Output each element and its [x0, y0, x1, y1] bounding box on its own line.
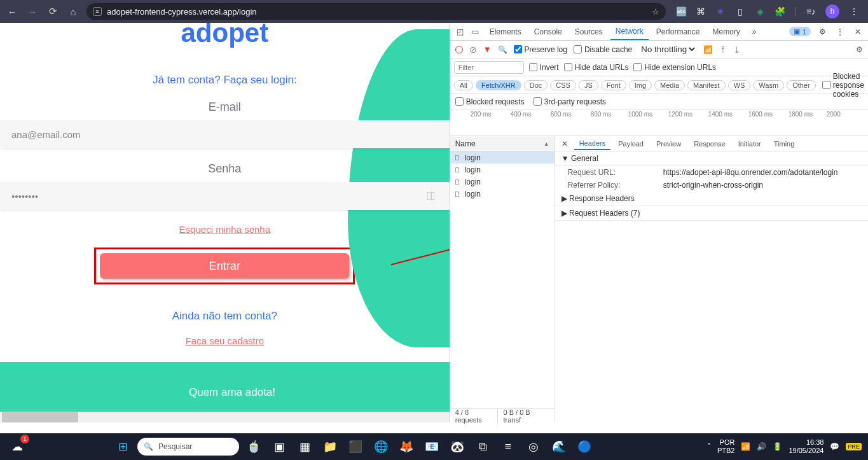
export-har-icon[interactable]: ⭳ — [733, 45, 741, 54]
filter-toggle-icon[interactable]: ▼ — [483, 45, 492, 54]
type-chip-all[interactable]: All — [454, 80, 473, 90]
invert-checkbox[interactable] — [529, 63, 537, 71]
taskbar-weather[interactable]: ☁1 — [6, 436, 28, 457]
type-chip-media[interactable]: Media — [654, 80, 685, 90]
taskbar-task-view[interactable]: ▣ — [268, 436, 290, 457]
extension-icon[interactable]: ✳ — [715, 6, 726, 17]
back-button[interactable]: ← — [5, 4, 19, 18]
type-chip-js[interactable]: JS — [579, 80, 598, 90]
taskbar-language[interactable]: PORPTB2 — [717, 438, 735, 455]
password-input[interactable] — [11, 191, 438, 202]
inspect-icon[interactable]: ◰ — [454, 27, 467, 36]
more-tabs-icon[interactable]: » — [748, 27, 761, 36]
media-control-icon[interactable]: ≡♪ — [806, 6, 816, 17]
tray-notifications-icon[interactable]: 💬 — [830, 442, 839, 451]
filter-input[interactable] — [454, 61, 524, 74]
devtools-menu-icon[interactable]: ⋮ — [834, 27, 846, 36]
login-button[interactable]: Entrar — [100, 253, 349, 279]
detail-tab-preview[interactable]: Preview — [651, 138, 686, 150]
record-button[interactable] — [455, 46, 463, 53]
extensions-menu-icon[interactable]: 🧩 — [775, 6, 785, 17]
network-settings-gear-icon[interactable]: ⚙ — [856, 45, 863, 54]
extension-icon[interactable]: ▯ — [735, 6, 746, 17]
settings-gear-icon[interactable]: ⚙ — [816, 27, 829, 36]
taskbar-edge[interactable]: 🌊 — [548, 436, 570, 457]
reload-button[interactable]: ⟳ — [46, 4, 60, 18]
disable-cache-checkbox[interactable] — [574, 45, 582, 53]
tab-performance[interactable]: Performance — [651, 24, 705, 39]
extension-icon[interactable]: ◈ — [755, 6, 766, 17]
type-chip-fetch[interactable]: Fetch/XHR — [476, 80, 521, 90]
taskbar-cypress[interactable]: ◎ — [523, 436, 544, 457]
taskbar-vscode[interactable]: ≡ — [497, 436, 519, 457]
request-row[interactable]: 🗋login — [450, 176, 555, 188]
page-horizontal-scrollbar[interactable] — [0, 412, 450, 422]
forward-button[interactable]: → — [25, 4, 39, 18]
device-toolbar-icon[interactable]: ▭ — [469, 27, 482, 36]
taskbar-search[interactable]: 🔍Pesquisar — [137, 438, 239, 456]
detail-tab-response[interactable]: Response — [689, 138, 731, 150]
taskbar-app[interactable]: 🍵 — [243, 436, 265, 457]
issues-badge[interactable]: ▣ 1 — [789, 27, 811, 36]
network-timeline[interactable]: 200 ms 400 ms 600 ms 800 ms 1000 ms 1200… — [450, 109, 868, 136]
taskbar-app[interactable]: ⬛ — [345, 436, 366, 457]
type-chip-css[interactable]: CSS — [550, 80, 576, 90]
type-chip-img[interactable]: Img — [629, 80, 652, 90]
section-request-headers[interactable]: ▶ Request Headers (7) — [555, 206, 868, 221]
address-bar[interactable]: ≡ adopet-frontend-cypress.vercel.app/log… — [86, 3, 666, 20]
request-row[interactable]: 🗋login — [450, 188, 555, 200]
section-response-headers[interactable]: ▶ Response Headers — [555, 192, 868, 206]
throttling-select[interactable]: No throttling — [638, 44, 697, 55]
type-chip-other[interactable]: Other — [787, 80, 816, 90]
taskbar-app[interactable]: 🐼 — [446, 436, 468, 457]
hide-data-urls-checkbox[interactable] — [564, 63, 572, 71]
type-chip-font[interactable]: Font — [601, 80, 626, 90]
taskbar-terminal[interactable]: ⧉ — [472, 436, 493, 457]
type-chip-wasm[interactable]: Wasm — [753, 80, 784, 90]
detail-tab-initiator[interactable]: Initiator — [733, 138, 766, 150]
tray-wifi-icon[interactable]: 📶 — [741, 442, 750, 451]
browser-menu-icon[interactable]: ⋮ — [848, 6, 859, 17]
taskbar-app[interactable]: 🔵 — [574, 436, 595, 457]
clear-button[interactable]: ⊘ — [469, 45, 477, 55]
request-row[interactable]: 🗋login — [450, 151, 555, 164]
bookmark-star-icon[interactable]: ☆ — [652, 7, 659, 17]
import-har-icon[interactable]: ⭱ — [719, 45, 727, 54]
close-devtools-icon[interactable]: ✕ — [851, 27, 864, 36]
taskbar-explorer[interactable]: 📁 — [319, 436, 341, 457]
request-list-header[interactable]: Name▲ — [450, 136, 555, 151]
signup-link[interactable]: Faça seu cadastro — [0, 335, 450, 346]
type-chip-manifest[interactable]: Manifest — [687, 80, 726, 90]
preserve-log-checkbox[interactable] — [514, 45, 522, 53]
tab-network[interactable]: Network — [610, 24, 649, 40]
home-button[interactable]: ⌂ — [66, 4, 80, 18]
profile-avatar[interactable]: h — [825, 4, 839, 18]
tray-chevron-icon[interactable]: ˄ — [707, 442, 711, 451]
extension-icon[interactable]: ⌘ — [696, 6, 706, 17]
tab-memory[interactable]: Memory — [707, 24, 745, 39]
type-chip-ws[interactable]: WS — [728, 80, 751, 90]
taskbar-app[interactable]: ▦ — [294, 436, 315, 457]
tab-console[interactable]: Console — [529, 24, 567, 39]
hide-extension-urls-checkbox[interactable] — [633, 63, 642, 71]
tab-sources[interactable]: Sources — [570, 24, 608, 39]
detail-tab-headers[interactable]: Headers — [574, 137, 611, 150]
third-party-checkbox[interactable] — [534, 97, 542, 106]
tray-app-icon[interactable]: PRE — [846, 443, 862, 450]
toggle-password-icon[interactable]: 👁⃠ — [427, 190, 436, 203]
taskbar-firefox[interactable]: 🦊 — [396, 436, 417, 457]
detail-tab-payload[interactable]: Payload — [613, 138, 649, 150]
tray-volume-icon[interactable]: 🔊 — [757, 442, 766, 451]
blocked-requests-checkbox[interactable] — [455, 97, 464, 106]
email-input[interactable] — [11, 129, 438, 140]
detail-tab-timing[interactable]: Timing — [769, 138, 800, 150]
taskbar-chrome[interactable]: 🌐 — [370, 436, 392, 457]
blocked-cookies-checkbox[interactable] — [822, 81, 830, 89]
type-chip-doc[interactable]: Doc — [524, 80, 548, 90]
section-general[interactable]: ▼ General — [555, 151, 868, 166]
start-button[interactable]: ⊞ — [112, 436, 134, 457]
request-row[interactable]: 🗋login — [450, 164, 555, 176]
search-icon[interactable]: 🔍 — [498, 45, 507, 54]
taskbar-outlook[interactable]: 📧 — [421, 436, 443, 457]
extension-icon[interactable]: 🔤 — [676, 6, 687, 17]
